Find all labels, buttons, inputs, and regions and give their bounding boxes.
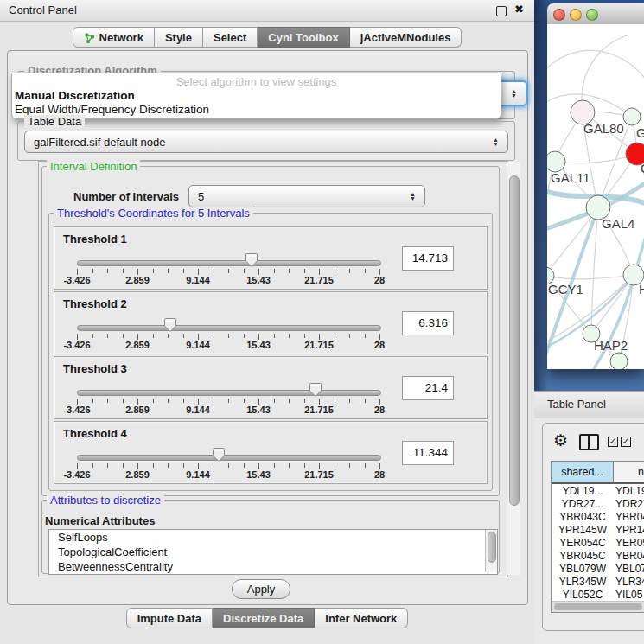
slider-tick bbox=[214, 269, 214, 273]
slider-tick bbox=[153, 399, 154, 403]
tab-style[interactable]: Style bbox=[155, 27, 203, 48]
split-columns-icon[interactable] bbox=[579, 434, 599, 450]
threshold-row: Threshold 1-3.4262.8599.14415.4321.71528… bbox=[54, 226, 488, 290]
slider-tick bbox=[289, 399, 290, 403]
attribute-list-item[interactable]: TopologicalCoefficient bbox=[49, 545, 497, 559]
tab-jactivemnodules[interactable]: jActiveMNodules bbox=[350, 27, 462, 48]
vertical-scrollbar[interactable] bbox=[507, 162, 520, 575]
network-node[interactable] bbox=[610, 353, 628, 369]
slider-tick bbox=[123, 463, 124, 468]
network-edge[interactable] bbox=[555, 154, 637, 163]
table-row[interactable]: YBR045CYBR04 bbox=[552, 550, 644, 563]
attributes-list-scrollbar-thumb[interactable] bbox=[488, 532, 496, 563]
table-horizontal-scrollbar-thumb[interactable] bbox=[554, 603, 642, 610]
table-cell-shared-name[interactable]: YBL079W bbox=[552, 563, 614, 576]
table-cell-name[interactable]: YDL19 bbox=[614, 485, 644, 498]
slider-tick bbox=[228, 334, 229, 338]
slider-tick bbox=[289, 463, 290, 468]
attribute-list-item[interactable]: BetweennessCentrality bbox=[49, 559, 497, 574]
close-icon[interactable]: ✖ bbox=[514, 3, 524, 16]
slider-thumb[interactable] bbox=[245, 252, 258, 268]
checkbox-icon[interactable]: ✓ bbox=[608, 437, 618, 447]
network-node[interactable] bbox=[623, 108, 641, 125]
table-cell-shared-name[interactable]: YIL052C bbox=[552, 589, 614, 602]
numerical-attributes-list[interactable]: SelfLoopsTopologicalCoefficientBetweenne… bbox=[48, 529, 498, 575]
table-cell-name[interactable]: YLR34 bbox=[614, 576, 644, 589]
table-cell-name[interactable]: YBR04 bbox=[614, 511, 644, 524]
tab-infer-network[interactable]: Infer Network bbox=[315, 608, 408, 628]
slider-tick bbox=[319, 334, 320, 340]
table-cell-name[interactable]: YDR27 bbox=[614, 498, 644, 511]
algorithm-option-equal-width[interactable]: Equal Width/Frequency Discretization bbox=[15, 103, 209, 116]
table-row[interactable]: YBR043CYBR04 bbox=[552, 511, 644, 524]
slider-track[interactable] bbox=[77, 325, 381, 331]
mac-close-button[interactable] bbox=[553, 9, 565, 21]
slider-tick bbox=[77, 399, 78, 405]
gear-icon[interactable]: ⚙ bbox=[553, 429, 568, 453]
mac-minimize-button[interactable] bbox=[570, 9, 582, 21]
checkbox-icon[interactable]: ✓ bbox=[621, 437, 631, 447]
attributes-list-scrollbar[interactable] bbox=[485, 530, 497, 572]
table-cell-shared-name[interactable]: YDL19... bbox=[552, 485, 614, 498]
table-row[interactable]: YPR145WYPR14 bbox=[552, 524, 644, 537]
table-header-name[interactable]: na bbox=[614, 462, 644, 484]
slider-tick bbox=[274, 334, 275, 338]
table-cell-shared-name[interactable]: YPR145W bbox=[552, 524, 614, 537]
network-window-titlebar[interactable] bbox=[547, 3, 644, 25]
tab-label: Network bbox=[99, 31, 143, 44]
table-cell-shared-name[interactable]: YER054C bbox=[552, 537, 614, 550]
table-row[interactable]: YIL052CYIL05 bbox=[552, 589, 642, 602]
table-horizontal-scrollbar[interactable] bbox=[552, 601, 644, 612]
slider-track[interactable] bbox=[77, 455, 381, 461]
table-cell-shared-name[interactable]: YBR045C bbox=[552, 550, 614, 563]
network-edge[interactable] bbox=[547, 50, 644, 80]
slider-scale-label: 28 bbox=[354, 340, 405, 350]
table-cell-name[interactable]: YER05 bbox=[614, 537, 644, 550]
table-cell-shared-name[interactable]: YDR27... bbox=[552, 498, 614, 511]
slider-tick bbox=[107, 399, 108, 403]
slider-track[interactable] bbox=[77, 260, 381, 266]
tab-impute-data[interactable]: Impute Data bbox=[126, 608, 213, 628]
threshold-value-field[interactable]: 6.316 bbox=[402, 311, 454, 335]
slider-thumb[interactable] bbox=[163, 317, 177, 333]
apply-button[interactable]: Apply bbox=[232, 579, 290, 599]
network-node-label: GAL4 bbox=[602, 216, 634, 231]
table-row[interactable]: YDL19...YDL19 bbox=[552, 485, 644, 498]
float-window-icon[interactable] bbox=[496, 6, 507, 16]
slider-thumb[interactable] bbox=[309, 382, 322, 398]
table-cell-name[interactable]: YPR14 bbox=[614, 524, 644, 537]
tab-network[interactable]: Network bbox=[73, 27, 155, 48]
table-cell-shared-name[interactable]: YBR043C bbox=[552, 511, 614, 524]
table-header-shared-name[interactable]: shared... bbox=[552, 462, 614, 484]
threshold-value-field[interactable]: 14.713 bbox=[402, 246, 454, 271]
threshold-value-field[interactable]: 11.344 bbox=[402, 441, 454, 465]
tab-cyni-toolbox[interactable]: Cyni Toolbox bbox=[258, 27, 349, 48]
table-row[interactable]: YLR345WYLR34 bbox=[552, 576, 644, 589]
network-node[interactable] bbox=[547, 151, 565, 172]
table-row[interactable]: YBL079WYBL07 bbox=[552, 563, 644, 576]
tab-select[interactable]: Select bbox=[203, 27, 258, 48]
table-panel-titlebar[interactable]: Table Panel bbox=[534, 391, 644, 419]
table-row[interactable]: YDR27...YDR27 bbox=[552, 498, 644, 511]
table-data-combobox[interactable]: galFiltered.sif default node ▲▼ bbox=[24, 131, 508, 153]
network-edge[interactable] bbox=[547, 275, 634, 279]
table-cell-name[interactable]: YBL07 bbox=[614, 563, 644, 576]
tab-discretize-data[interactable]: Discretize Data bbox=[213, 608, 315, 628]
slider-scale-label: -3.426 bbox=[51, 405, 103, 415]
threshold-label: Threshold 2 bbox=[63, 297, 127, 310]
slider-thumb[interactable] bbox=[212, 447, 226, 462]
table-cell-name[interactable]: YBR04 bbox=[614, 550, 644, 563]
threshold-value-field[interactable]: 21.4 bbox=[402, 376, 454, 400]
slider-track[interactable] bbox=[77, 390, 381, 396]
vertical-scrollbar-thumb[interactable] bbox=[509, 175, 520, 506]
slider-tick bbox=[183, 463, 184, 468]
attribute-list-item[interactable]: SelfLoops bbox=[49, 530, 497, 545]
number-of-intervals-combobox[interactable]: 5 ▲▼ bbox=[188, 185, 425, 207]
table-row[interactable]: YER054CYER05 bbox=[552, 537, 644, 550]
slider-tick bbox=[168, 334, 169, 338]
algorithm-option-manual[interactable]: Manual Discretization bbox=[15, 89, 135, 102]
network-canvas[interactable]: GAL80GACGAL11GAL4GCY1HHAP2 bbox=[547, 24, 644, 369]
mac-zoom-button[interactable] bbox=[586, 9, 598, 21]
table-cell-name[interactable]: YIL05 bbox=[614, 589, 642, 602]
table-cell-shared-name[interactable]: YLR345W bbox=[552, 576, 614, 589]
